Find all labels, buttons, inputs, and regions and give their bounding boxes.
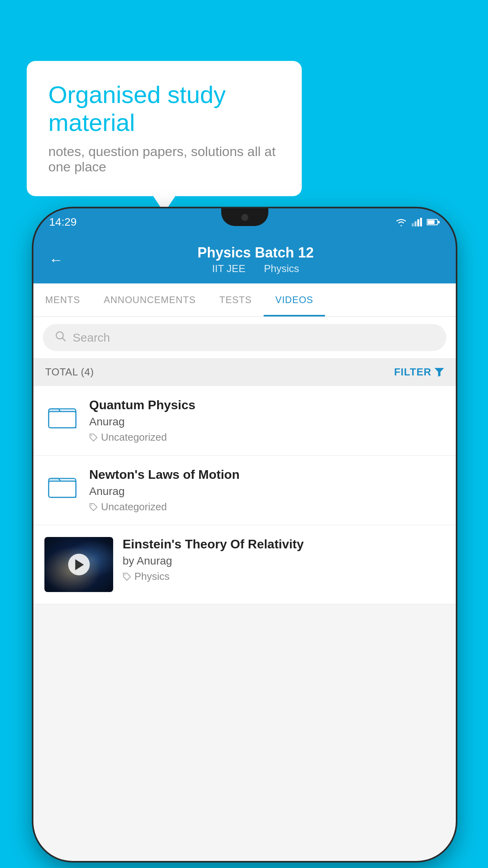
item-tag-label-1: Uncategorized xyxy=(101,431,167,443)
item-info-3: Einstein's Theory Of Relativity by Anura… xyxy=(123,537,445,583)
svg-line-8 xyxy=(62,338,65,341)
camera-dot xyxy=(241,214,248,221)
search-input-placeholder: Search xyxy=(73,331,110,344)
search-bar[interactable]: Search xyxy=(43,324,446,351)
item-author-1: Anurag xyxy=(89,416,445,428)
svg-rect-0 xyxy=(412,223,414,226)
filter-button[interactable]: FILTER xyxy=(394,366,444,378)
wifi-icon xyxy=(395,218,407,226)
header-title: Physics Batch 12 xyxy=(71,245,440,261)
battery-icon xyxy=(427,219,440,226)
header-title-block: Physics Batch 12 IIT JEE Physics xyxy=(71,245,440,275)
phone-frame: 14:29 xyxy=(33,208,456,861)
tab-bar: MENTS ANNOUNCEMENTS TESTS VIDEOS xyxy=(33,283,456,317)
play-triangle-icon xyxy=(75,559,84,570)
list-item[interactable]: Quantum Physics Anurag Uncategorized xyxy=(33,386,456,456)
tag-icon xyxy=(123,572,131,581)
tab-tests[interactable]: TESTS xyxy=(207,283,263,316)
list-item[interactable]: Newton's Laws of Motion Anurag Uncategor… xyxy=(33,456,456,525)
phone-screen: Search TOTAL (4) FILTER xyxy=(33,317,456,861)
app-header: ← Physics Batch 12 IIT JEE Physics xyxy=(33,236,456,283)
filter-bar: TOTAL (4) FILTER xyxy=(33,358,456,386)
total-count: TOTAL (4) xyxy=(45,366,94,378)
item-thumbnail-1 xyxy=(44,398,80,433)
item-tag-1: Uncategorized xyxy=(89,431,445,443)
svg-rect-5 xyxy=(427,220,435,224)
filter-icon xyxy=(435,368,444,377)
status-time: 14:29 xyxy=(49,216,77,228)
tag-icon xyxy=(89,433,98,442)
status-bar: 14:29 xyxy=(33,208,456,236)
item-tag-2: Uncategorized xyxy=(89,501,445,513)
item-tag-label-2: Uncategorized xyxy=(101,501,167,513)
filter-label: FILTER xyxy=(394,366,431,378)
header-subtitle-right: Physics xyxy=(264,263,299,274)
svg-rect-2 xyxy=(417,219,419,226)
speech-bubble: Organised study material notes, question… xyxy=(27,61,302,196)
video-list: Quantum Physics Anurag Uncategorized xyxy=(33,386,456,604)
svg-point-15 xyxy=(125,574,126,575)
item-thumbnail-2 xyxy=(44,467,80,503)
status-icons xyxy=(395,218,440,226)
item-title-1: Quantum Physics xyxy=(89,398,445,412)
speech-bubble-subtitle: notes, question papers, solutions all at… xyxy=(48,144,280,175)
svg-rect-13 xyxy=(49,481,76,497)
tab-ments[interactable]: MENTS xyxy=(33,283,92,316)
item-title-2: Newton's Laws of Motion xyxy=(89,467,445,482)
item-title-3: Einstein's Theory Of Relativity xyxy=(123,537,445,552)
item-info-2: Newton's Laws of Motion Anurag Uncategor… xyxy=(89,467,445,513)
svg-point-14 xyxy=(91,504,92,506)
item-tag-3: Physics xyxy=(123,570,445,583)
tab-videos[interactable]: VIDEOS xyxy=(264,283,325,316)
tag-icon xyxy=(89,503,98,511)
folder-icon xyxy=(48,401,77,430)
header-subtitle-left: IIT JEE xyxy=(212,263,246,274)
header-subtitle: IIT JEE Physics xyxy=(71,263,440,275)
item-thumbnail-3 xyxy=(44,537,113,592)
signal-icon xyxy=(412,218,422,226)
list-item[interactable]: Einstein's Theory Of Relativity by Anura… xyxy=(33,525,456,604)
speech-bubble-title: Organised study material xyxy=(48,81,280,137)
phone-wrapper: 14:29 xyxy=(33,208,456,861)
tab-announcements[interactable]: ANNOUNCEMENTS xyxy=(92,283,207,316)
svg-rect-10 xyxy=(49,412,76,428)
back-button[interactable]: ← xyxy=(49,252,63,268)
folder-icon xyxy=(48,471,77,500)
svg-rect-6 xyxy=(438,221,440,223)
item-author-3: by Anurag xyxy=(123,555,445,567)
search-icon xyxy=(55,330,66,345)
play-button[interactable] xyxy=(68,554,90,576)
svg-rect-3 xyxy=(420,218,422,226)
item-author-2: Anurag xyxy=(89,485,445,498)
item-tag-label-3: Physics xyxy=(134,570,170,583)
speech-bubble-container: Organised study material notes, question… xyxy=(27,61,302,196)
item-info-1: Quantum Physics Anurag Uncategorized xyxy=(89,398,445,443)
svg-rect-1 xyxy=(415,221,416,226)
notch xyxy=(221,208,268,226)
svg-point-11 xyxy=(91,435,92,436)
search-bar-wrapper: Search xyxy=(33,317,456,358)
